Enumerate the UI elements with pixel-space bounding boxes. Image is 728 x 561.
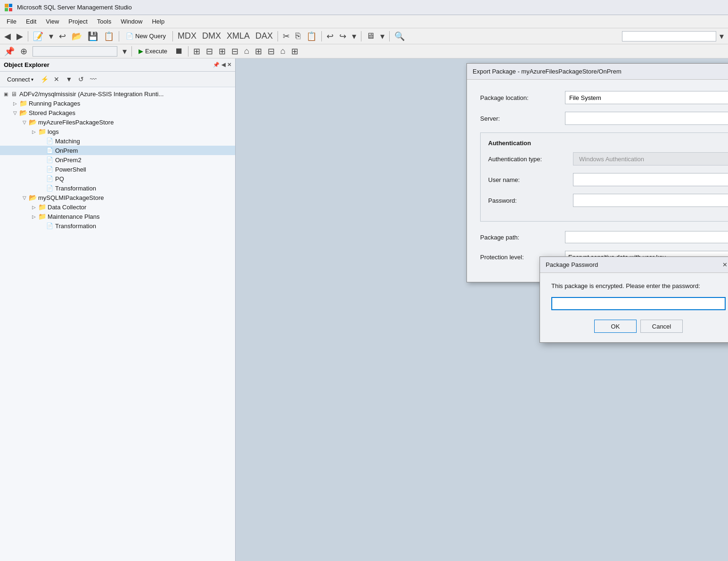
dropdown-btn1[interactable]: ▾ [47,30,56,42]
package-path-input[interactable] [565,231,728,243]
redo-button[interactable]: ↪ [337,30,349,42]
object-explorer-tree: ▣ 🖥 ADFv2/mysqlmissisir (Azure-SSIS Inte… [0,87,235,561]
pwd-message: This package is encrypted. Please enter … [551,282,726,289]
package-location-select[interactable]: File System SQL Server SSIS Package Stor… [565,91,728,104]
tree-logs[interactable]: ▷ 📁 logs [0,127,235,136]
package-password-dialog[interactable]: Package Password ✕ This package is encry… [540,256,728,343]
dc-folder-icon: 📁 [38,203,46,211]
tree-server-node[interactable]: ▣ 🖥 ADFv2/mysqlmissisir (Azure-SSIS Inte… [0,89,235,99]
cut-button[interactable]: ✂ [280,30,292,42]
tb2-btn7[interactable]: ⊟ [265,45,277,58]
dmx-button[interactable]: DMX [200,30,223,42]
tree-transformation1[interactable]: 📄 Transformation [0,183,235,193]
undo2-button[interactable]: ↩ [324,30,336,42]
save-as-button[interactable]: 📋 [101,30,116,42]
tree-stored-packages[interactable]: ▽ 📂 Stored Packages [0,108,235,117]
tree-transformation2[interactable]: 📄 Transformation [0,221,235,231]
copy-button[interactable]: ⎘ [293,30,303,42]
tree-onprem2[interactable]: 📄 OnPrem2 [0,155,235,165]
oe-activity-btn[interactable]: 〰 [88,74,99,85]
open-button[interactable]: 📂 [69,30,84,42]
monitor-button[interactable]: 🖥 [364,30,377,42]
password-input[interactable] [573,194,728,207]
back-button[interactable]: ◀ [2,30,13,42]
oe-filter-btn[interactable]: ▼ [63,74,74,85]
myazure-expand-icon[interactable]: ▽ [21,120,28,125]
oe-expand-icon[interactable]: ◀ [221,62,225,68]
export-package-dialog[interactable]: Export Package - myAzureFilesPackageStor… [466,63,728,282]
server-expand-icon[interactable]: ▣ [2,91,9,97]
oe-sync-btn[interactable]: ↺ [75,74,87,85]
tree-running-packages[interactable]: ▷ 📁 Running Packages [0,99,235,108]
menu-tools[interactable]: Tools [92,16,116,26]
dropdown-btn3[interactable]: ▾ [378,30,387,42]
tree-matching[interactable]: 📄 Matching [0,136,235,146]
tree-myazure-store[interactable]: ▽ 📂 myAzureFilesPackageStore [0,117,235,127]
tb2-btn9[interactable]: ⊞ [289,45,301,58]
tree-mysqlmi-store[interactable]: ▽ 📂 mySQLMIPackageStore [0,193,235,202]
separator-7 [389,31,390,41]
undo-button[interactable]: ↩ [57,30,68,42]
paste-button[interactable]: 📋 [304,30,319,42]
db-selector[interactable] [33,46,117,57]
menu-window[interactable]: Window [116,16,147,26]
pwd-input[interactable] [551,297,726,310]
mdx-button[interactable]: MDX [175,30,199,42]
dropdown-db[interactable]: ▾ [120,45,129,58]
stored-expand-icon[interactable]: ▽ [11,110,19,116]
tb2-btn8[interactable]: ⌂ [278,45,288,58]
search-dropdown[interactable]: ▾ [717,30,726,42]
tree-maintenance-plans[interactable]: ▷ 📁 Maintenance Plans [0,212,235,221]
tb2-btn2[interactable]: ⊟ [204,45,215,58]
oe-close-icon[interactable]: ✕ [227,62,231,68]
menu-project[interactable]: Project [64,16,92,26]
dropdown-btn2[interactable]: ▾ [350,30,359,42]
oe-refresh-btn[interactable]: ⚡ [39,74,50,85]
pwd-cancel-button[interactable]: Cancel [640,320,683,333]
new-query-label: New Query [135,33,166,40]
menu-edit[interactable]: Edit [21,16,41,26]
oe-connect-button[interactable]: Connect ▾ [3,74,38,85]
mp-expand-icon[interactable]: ▷ [30,214,38,219]
running-expand-icon[interactable]: ▷ [11,101,19,106]
pin-button[interactable]: 📌 [2,45,17,58]
move-button[interactable]: ⊕ [18,45,30,58]
oe-connect-label: Connect [7,76,30,83]
package-location-select-wrapper[interactable]: File System SQL Server SSIS Package Stor… [565,91,728,104]
script-button[interactable]: 📝 [31,30,46,42]
tb2-btn6[interactable]: ⊞ [253,45,264,58]
tb2-btn3[interactable]: ⊞ [216,45,228,58]
execute-button[interactable]: ▶ Execute [134,46,172,57]
save-button[interactable]: 💾 [85,30,100,42]
tree-pq[interactable]: 📄 PQ [0,174,235,183]
new-query-button[interactable]: 📄 New Query [122,30,170,42]
oe-disconnect-btn[interactable]: ✕ [51,74,62,85]
forward-button[interactable]: ▶ [14,30,25,42]
server-select-wrapper[interactable] [565,112,728,125]
tb2-btn1[interactable]: ⊞ [191,45,203,58]
tb2-btn5[interactable]: ⌂ [242,45,252,58]
mysqlmi-expand-icon[interactable]: ▽ [21,195,28,200]
xmla-button[interactable]: XMLA [224,30,252,42]
menu-view[interactable]: View [41,16,64,26]
pwd-close-button[interactable]: ✕ [718,260,728,270]
search-box[interactable] [622,31,716,41]
pin-icon[interactable]: 📌 [213,62,220,68]
dc-expand-icon[interactable]: ▷ [30,205,38,210]
stop-button[interactable]: ⏹ [172,45,186,58]
logs-expand-icon[interactable]: ▷ [30,129,38,134]
pwd-ok-button[interactable]: OK [594,320,637,333]
menu-file[interactable]: File [2,16,21,26]
myazure-store-label: myAzureFilesPackageStore [38,119,114,126]
username-input[interactable] [573,173,728,186]
search-button[interactable]: 🔍 [392,30,407,42]
menu-help[interactable]: Help [147,16,169,26]
auth-type-select[interactable]: Windows Authentication [573,152,728,165]
dax-button[interactable]: DAX [253,30,275,42]
server-select[interactable] [565,112,728,125]
tree-onprem[interactable]: 📄 OnPrem [0,146,235,155]
tb2-btn4[interactable]: ⊟ [229,45,241,58]
tree-data-collector[interactable]: ▷ 📁 Data Collector [0,202,235,212]
tree-powershell[interactable]: 📄 PowerShell [0,165,235,174]
ps-label: PowerShell [55,166,86,173]
